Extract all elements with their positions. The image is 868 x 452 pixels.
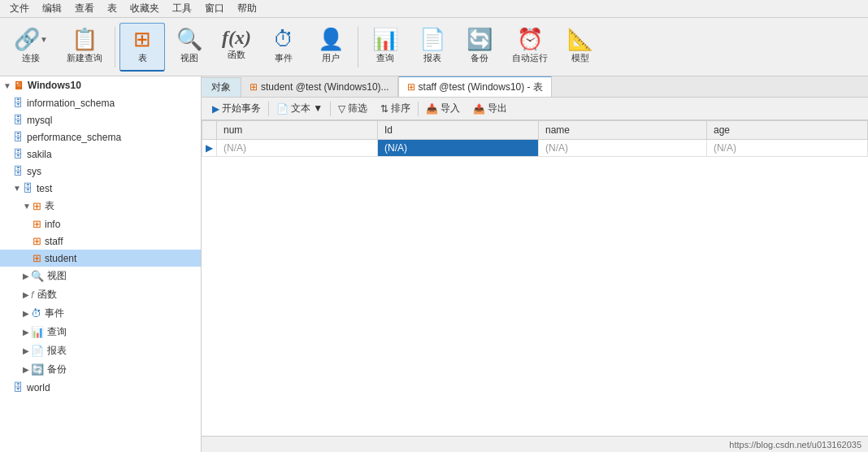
export-button[interactable]: 📤 导出 xyxy=(467,99,513,118)
report-icon: 📄 xyxy=(419,27,445,52)
user-button[interactable]: 👤 用户 xyxy=(308,23,354,72)
queries-icon: 📊 xyxy=(31,326,44,338)
function-label: 函数 xyxy=(228,49,245,61)
backup-icon: 🔄 xyxy=(467,27,493,52)
view-icon: 🔍 xyxy=(176,27,202,52)
text-icon: 📄 xyxy=(276,103,289,115)
tab-staff-label: staff @test (Windows10) - 表 xyxy=(419,80,543,94)
start-transaction-button[interactable]: ▶ 开始事务 xyxy=(206,99,267,118)
import-label: 导入 xyxy=(441,102,460,115)
sidebar-item-mysql[interactable]: 🗄 mysql xyxy=(0,111,201,128)
menu-favorites[interactable]: 收藏夹 xyxy=(124,0,166,17)
connect-icon: 🔗 xyxy=(14,27,40,52)
menubar: 文件 编辑 查看 表 收藏夹 工具 窗口 帮助 xyxy=(0,0,868,18)
sidebar-label-sys: sys xyxy=(27,166,41,177)
sidebar-label-tables: 表 xyxy=(45,199,54,213)
content-area: 对象 ⊞ student @test (Windows10)... ⊞ staf… xyxy=(202,76,868,452)
menu-table[interactable]: 表 xyxy=(101,0,124,17)
sidebar-label-perf: performance_schema xyxy=(27,132,121,143)
db-icon-test: 🗄 xyxy=(23,182,33,194)
sidebar-item-views[interactable]: ▶ 🔍 视图 xyxy=(0,267,201,285)
sidebar-item-performance-schema[interactable]: 🗄 performance_schema xyxy=(0,128,201,146)
col-age[interactable]: age xyxy=(706,121,867,140)
sidebar-item-backup[interactable]: ▶ 🔄 备份 xyxy=(0,360,201,379)
tab-student[interactable]: ⊞ student @test (Windows10)... xyxy=(241,77,398,97)
model-label: 模型 xyxy=(571,52,589,64)
menu-file[interactable]: 文件 xyxy=(3,0,36,17)
query-button[interactable]: 📊 查询 xyxy=(362,23,408,72)
tab-bar: 对象 ⊞ student @test (Windows10)... ⊞ staf… xyxy=(202,76,868,98)
new-query-button[interactable]: 📋 新建查询 xyxy=(59,23,111,72)
collapse-queries-icon: ▶ xyxy=(23,328,29,337)
sort-label: 排序 xyxy=(391,102,410,115)
col-id[interactable]: Id xyxy=(378,121,539,140)
filter-button[interactable]: ▽ 筛选 xyxy=(332,99,373,118)
sidebar-item-world[interactable]: 🗄 world xyxy=(0,379,201,396)
data-area: num Id name age ▶ (N/A) (N/A) (N/A) (N/A… xyxy=(202,120,868,436)
sidebar-item-reports[interactable]: ▶ 📄 报表 xyxy=(0,341,201,360)
db-icon-mysql: 🗄 xyxy=(13,114,24,126)
menu-help[interactable]: 帮助 xyxy=(231,0,263,17)
sidebar-item-tables-category[interactable]: ▼ ⊞ 表 xyxy=(0,197,201,215)
menu-tools[interactable]: 工具 xyxy=(166,0,198,17)
new-query-icon: 📋 xyxy=(72,27,98,52)
function-button[interactable]: f(x) 函数 xyxy=(214,23,259,72)
sidebar-label-backup: 备份 xyxy=(47,363,67,376)
sidebar-root[interactable]: ▼ 🖥 Windows10 xyxy=(0,76,201,94)
collapse-test-icon: ▼ xyxy=(13,184,21,193)
toolbar-separator-2 xyxy=(358,27,358,67)
sidebar-label-test: test xyxy=(37,183,52,194)
table-icon: ⊞ xyxy=(133,27,151,52)
col-name[interactable]: name xyxy=(539,121,707,140)
import-icon: 📥 xyxy=(426,103,438,115)
table-row[interactable]: ▶ (N/A) (N/A) (N/A) (N/A) xyxy=(202,140,868,157)
event-button[interactable]: ⏱ 事件 xyxy=(261,23,306,72)
tab-student-icon: ⊞ xyxy=(250,81,258,93)
col-num[interactable]: num xyxy=(217,121,378,140)
sidebar-item-test[interactable]: ▼ 🗄 test xyxy=(0,180,201,197)
sidebar-item-functions[interactable]: ▶ f 函数 xyxy=(0,285,201,304)
sidebar-item-queries[interactable]: ▶ 📊 查询 xyxy=(0,323,201,341)
collapse-backup-icon: ▶ xyxy=(23,365,29,374)
report-label: 报表 xyxy=(423,52,441,64)
sidebar-label-functions: 函数 xyxy=(37,288,57,302)
import-button[interactable]: 📥 导入 xyxy=(420,99,466,118)
toolbar: 🔗 ▼ 连接 📋 新建查询 ⊞ 表 🔍 视图 f(x) 函数 ⏱ 事件 👤 用户… xyxy=(0,18,868,76)
db-icon: 🗄 xyxy=(13,97,24,109)
sidebar-item-events[interactable]: ▶ ⏱ 事件 xyxy=(0,304,201,323)
sidebar-item-sys[interactable]: 🗄 sys xyxy=(0,163,201,180)
menu-edit[interactable]: 编辑 xyxy=(36,0,68,17)
report-button[interactable]: 📄 报表 xyxy=(410,23,455,72)
tab-object[interactable]: 对象 xyxy=(202,77,241,97)
table-button[interactable]: ⊞ 表 xyxy=(119,23,165,72)
cell-num[interactable]: (N/A) xyxy=(217,140,378,157)
user-icon: 👤 xyxy=(318,27,344,52)
tab-student-label: student @test (Windows10)... xyxy=(261,81,389,93)
cell-id[interactable]: (N/A) xyxy=(378,140,539,157)
collapse-arrow-icon: ▼ xyxy=(3,81,11,90)
autorun-button[interactable]: ⏰ 自动运行 xyxy=(504,23,556,72)
cell-name[interactable]: (N/A) xyxy=(539,140,707,157)
sidebar-item-sakila[interactable]: 🗄 sakila xyxy=(0,146,201,163)
menu-window[interactable]: 窗口 xyxy=(198,0,231,17)
windows-icon: 🖥 xyxy=(13,79,24,92)
connect-button[interactable]: 🔗 ▼ 连接 xyxy=(5,23,57,72)
db-icon-sakila: 🗄 xyxy=(13,148,24,160)
menu-view[interactable]: 查看 xyxy=(68,0,101,17)
text-button[interactable]: 📄 文本 ▼ xyxy=(271,99,328,118)
cell-age[interactable]: (N/A) xyxy=(706,140,867,157)
model-button[interactable]: 📐 模型 xyxy=(558,23,603,72)
sidebar-label-info: info xyxy=(45,219,60,230)
col-arrow xyxy=(202,121,217,140)
sort-button[interactable]: ⇅ 排序 xyxy=(375,99,416,118)
collapse-func-icon: ▶ xyxy=(23,290,29,299)
backup-button[interactable]: 🔄 备份 xyxy=(457,23,502,72)
sidebar-item-information-schema[interactable]: 🗄 information_schema xyxy=(0,94,201,111)
sidebar-item-student[interactable]: ⊞ student xyxy=(0,250,201,267)
sidebar-item-staff[interactable]: ⊞ staff xyxy=(0,233,201,250)
sidebar-item-info[interactable]: ⊞ info xyxy=(0,215,201,233)
db-icon-world: 🗄 xyxy=(13,381,24,393)
tab-staff[interactable]: ⊞ staff @test (Windows10) - 表 xyxy=(398,76,552,97)
sidebar-label-views: 视图 xyxy=(47,269,67,283)
view-button[interactable]: 🔍 视图 xyxy=(167,23,212,72)
